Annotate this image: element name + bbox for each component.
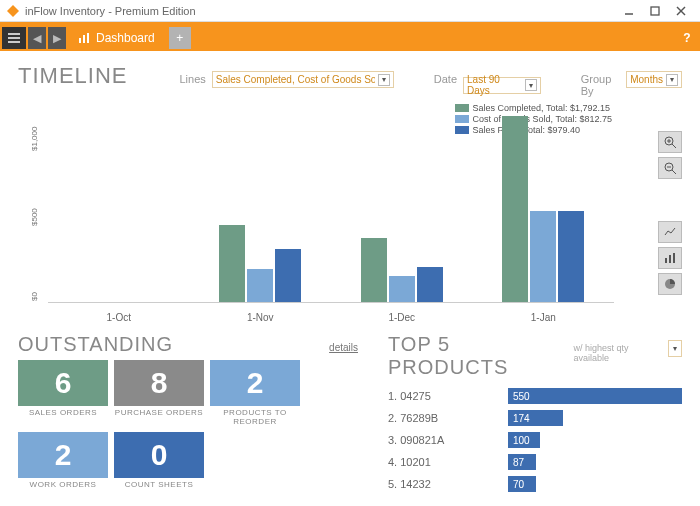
tile-label: PURCHASE ORDERS: [114, 408, 204, 417]
product-bar-wrap: 87: [508, 454, 682, 470]
tile-label: COUNT SHEETS: [114, 480, 204, 489]
product-row: 5. 1423270: [388, 473, 682, 495]
zoom-in-button[interactable]: [658, 131, 682, 153]
bar-group: [473, 101, 615, 303]
tile-label: PRODUCTS TO REORDER: [210, 408, 300, 426]
product-name: 2. 76289B: [388, 412, 498, 424]
tab-dashboard-label: Dashboard: [96, 31, 155, 45]
menu-button[interactable]: [2, 27, 26, 49]
outstanding-tile[interactable]: 8PURCHASE ORDERS: [114, 360, 204, 426]
x-axis: 1-Oct1-Nov1-Dec1-Jan: [48, 312, 614, 323]
groupby-dropdown[interactable]: Months ▾: [626, 71, 682, 88]
chevron-down-icon: ▾: [378, 74, 390, 86]
product-row: 3. 090821A100: [388, 429, 682, 451]
tile-value: 8: [114, 360, 204, 406]
top5-panel: TOP 5 PRODUCTS w/ highest qty available …: [388, 333, 682, 495]
tile-value: 2: [18, 432, 108, 478]
lines-label: Lines: [179, 73, 205, 85]
svg-rect-2: [651, 7, 659, 15]
product-name: 5. 14232: [388, 478, 498, 490]
nav-back-button[interactable]: ◀: [28, 27, 46, 49]
bar: [275, 249, 301, 302]
timeline-filters: TIMELINE Lines Sales Completed, Cost of …: [18, 63, 682, 97]
chevron-down-icon: ▾: [525, 79, 537, 91]
maximize-button[interactable]: [642, 2, 668, 20]
svg-rect-9: [83, 35, 85, 43]
tile-value: 6: [18, 360, 108, 406]
outstanding-panel: OUTSTANDING details 6SALES ORDERS8PURCHA…: [18, 333, 358, 495]
bar-group: [48, 101, 190, 303]
date-value: Last 90 Days: [467, 74, 522, 96]
tile-label: SALES ORDERS: [18, 408, 108, 417]
bar-group: [190, 101, 332, 303]
bar: [247, 269, 273, 302]
product-row: 2. 76289B174: [388, 407, 682, 429]
tab-dashboard[interactable]: Dashboard: [68, 27, 165, 49]
bar: [417, 267, 443, 302]
outstanding-tile[interactable]: 6SALES ORDERS: [18, 360, 108, 426]
y-tick: $500: [30, 208, 39, 226]
svg-line-16: [672, 170, 676, 174]
date-dropdown[interactable]: Last 90 Days ▾: [463, 77, 541, 94]
x-tick: 1-Jan: [473, 312, 615, 323]
help-button[interactable]: ?: [676, 27, 698, 49]
product-name: 4. 10201: [388, 456, 498, 468]
groupby-value: Months: [630, 74, 663, 85]
svg-line-12: [672, 144, 676, 148]
outstanding-title: OUTSTANDING: [18, 333, 173, 356]
outstanding-tile[interactable]: 0COUNT SHEETS: [114, 432, 204, 489]
outstanding-tile[interactable]: 2PRODUCTS TO REORDER: [210, 360, 300, 426]
x-tick: 1-Nov: [190, 312, 332, 323]
product-bar: 87: [508, 454, 536, 470]
new-tab-button[interactable]: +: [169, 27, 191, 49]
line-chart-button[interactable]: [658, 221, 682, 243]
product-bar: 70: [508, 476, 536, 492]
y-tick: $1,000: [30, 127, 39, 151]
top5-dropdown[interactable]: ▾: [668, 340, 682, 357]
svg-rect-8: [79, 38, 81, 43]
bar: [558, 211, 584, 302]
bar-chart-button[interactable]: [658, 247, 682, 269]
x-tick: 1-Dec: [331, 312, 473, 323]
dashboard-icon: [78, 32, 90, 44]
svg-rect-10: [87, 33, 89, 43]
top5-title: TOP 5 PRODUCTS: [388, 333, 568, 379]
product-bar-wrap: 174: [508, 410, 682, 426]
product-bar: 174: [508, 410, 563, 426]
lines-dropdown[interactable]: Sales Completed, Cost of Goods Sold, S ▾: [212, 71, 394, 88]
product-row: 4. 1020187: [388, 451, 682, 473]
bar: [361, 238, 387, 302]
x-tick: 1-Oct: [48, 312, 190, 323]
chevron-down-icon: ▾: [666, 74, 678, 86]
lines-value: Sales Completed, Cost of Goods Sold, S: [216, 74, 375, 85]
plot-area: [48, 101, 614, 303]
timeline-chart: Sales Completed, Total: $1,792.15 Cost o…: [18, 101, 682, 331]
bar: [389, 276, 415, 302]
product-name: 3. 090821A: [388, 434, 498, 446]
product-bar-wrap: 550: [508, 388, 682, 404]
product-bar-wrap: 70: [508, 476, 682, 492]
svg-marker-0: [7, 5, 19, 17]
details-link[interactable]: details: [329, 342, 358, 353]
zoom-out-button[interactable]: [658, 157, 682, 179]
titlebar: inFlow Inventory - Premium Edition: [0, 0, 700, 22]
minimize-button[interactable]: [616, 2, 642, 20]
close-button[interactable]: [668, 2, 694, 20]
y-tick: $0: [30, 292, 39, 301]
bar: [502, 116, 528, 302]
top5-subtitle: w/ highest qty available: [574, 343, 662, 363]
groupby-label: Group By: [581, 73, 621, 97]
bar: [219, 225, 245, 302]
bar: [530, 211, 556, 302]
tile-value: 2: [210, 360, 300, 406]
svg-rect-20: [673, 253, 675, 263]
pie-chart-button[interactable]: [658, 273, 682, 295]
date-label: Date: [434, 73, 457, 85]
y-axis: $0 $500 $1,000: [18, 101, 46, 303]
outstanding-tile[interactable]: 2WORK ORDERS: [18, 432, 108, 489]
nav-forward-button[interactable]: ▶: [48, 27, 66, 49]
chevron-down-icon: ▾: [669, 343, 681, 355]
bar-group: [331, 101, 473, 303]
svg-rect-18: [665, 258, 667, 263]
tile-label: WORK ORDERS: [18, 480, 108, 489]
